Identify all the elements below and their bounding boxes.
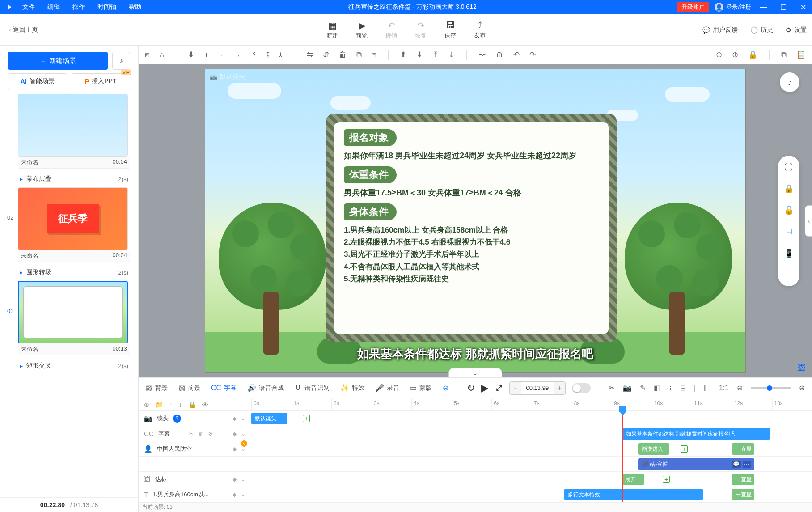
- flip-h-icon[interactable]: ⇋: [307, 50, 313, 59]
- scene-item[interactable]: 未命名00:04: [18, 94, 130, 169]
- feedback-button[interactable]: 💬用户反馈: [702, 26, 738, 34]
- upgrade-button[interactable]: 升级账户: [677, 2, 709, 12]
- desktop-view-icon[interactable]: 🖥: [782, 224, 796, 239]
- timeline-clip[interactable]: 渐变进入: [638, 443, 669, 455]
- ai-scene-button[interactable]: AI智能场景: [8, 73, 67, 89]
- rotate-left-icon[interactable]: ↶: [513, 50, 520, 59]
- keyframe-icon[interactable]: ◆: [233, 491, 237, 498]
- new-scene-button[interactable]: ＋新建场景: [8, 52, 108, 70]
- help-icon[interactable]: ?: [173, 415, 181, 423]
- layer-up-icon[interactable]: ⬆: [400, 50, 406, 59]
- zoom-slider[interactable]: [751, 387, 791, 389]
- folder-icon[interactable]: 📁: [156, 401, 163, 408]
- tab-background[interactable]: ▨背景: [146, 384, 168, 392]
- home-icon[interactable]: ⌂: [160, 51, 164, 59]
- add-track-icon[interactable]: ⊕: [144, 401, 149, 408]
- download-icon[interactable]: ⬇: [188, 50, 194, 59]
- keyframe-icon[interactable]: ◆: [233, 415, 237, 422]
- zoom-in-icon[interactable]: ⊕: [732, 50, 738, 59]
- timeline-clip[interactable]: 一直显: [732, 443, 754, 455]
- new-button[interactable]: ▦新建: [326, 20, 338, 40]
- layer-back-icon[interactable]: ⤓: [448, 50, 455, 59]
- tab-subtitle[interactable]: CC字幕: [211, 384, 237, 392]
- transition-row[interactable]: ▸圆形转场2(s): [18, 266, 130, 281]
- snap-toggle[interactable]: [572, 383, 591, 393]
- chevron-down-icon[interactable]: ⌄: [241, 491, 245, 498]
- back-home-button[interactable]: ‹ 返回主页: [5, 26, 42, 34]
- fullscreen-icon[interactable]: ⛶: [782, 160, 796, 174]
- menu-file[interactable]: 文件: [16, 3, 41, 11]
- stage-collapse-button[interactable]: ⌄: [448, 368, 502, 377]
- replay-button[interactable]: ↻: [467, 382, 475, 394]
- delete-icon[interactable]: 🗑: [339, 51, 347, 59]
- minimize-button[interactable]: —: [757, 3, 771, 11]
- track-label[interactable]: CC字幕✂🗑⚙◆⌄: [139, 430, 251, 438]
- insert-ppt-button[interactable]: P插入PPTVIP: [72, 73, 131, 89]
- align-right-icon[interactable]: ⫟: [235, 51, 243, 59]
- tab-foreground[interactable]: ▧前景: [178, 384, 200, 392]
- more-small-icon[interactable]: ⋯: [743, 461, 751, 468]
- lock-icon[interactable]: 🔒: [748, 50, 757, 59]
- track-label[interactable]: 🖼达标◆⌄: [139, 475, 251, 483]
- menu-timeline[interactable]: 时间轴: [91, 3, 123, 11]
- zoom-out-tl-icon[interactable]: ⊖: [737, 384, 743, 392]
- marker-icon[interactable]: ◧: [654, 384, 660, 392]
- scene-item[interactable]: 02 征兵季 未命名00:04: [18, 187, 130, 262]
- playhead[interactable]: [622, 411, 623, 502]
- eye-icon[interactable]: 👁: [202, 401, 208, 408]
- publish-button[interactable]: ⤴发布: [474, 20, 486, 40]
- add-keyframe-button[interactable]: +: [663, 476, 670, 483]
- undo-button[interactable]: ↶撤销: [385, 20, 397, 40]
- lock-all-icon[interactable]: 🔒: [188, 401, 196, 408]
- timeline-clip[interactable]: 默认镜头: [251, 413, 287, 424]
- crop-icon[interactable]: ⧈: [145, 51, 150, 59]
- menu-edit[interactable]: 编辑: [41, 3, 66, 11]
- track-lane[interactable]: ➰ 站-宣誓💬⋯: [251, 457, 812, 471]
- mobile-view-icon[interactable]: 📱: [782, 246, 796, 260]
- flip-v-icon[interactable]: ⇵: [323, 50, 329, 59]
- settings-button[interactable]: ⚙设置: [786, 26, 807, 34]
- crop-time-icon[interactable]: ✂: [609, 384, 615, 392]
- move-down-icon[interactable]: ↓: [179, 401, 182, 408]
- history-button[interactable]: 🕘历史: [750, 26, 773, 34]
- close-button[interactable]: ✕: [796, 3, 810, 12]
- beat-icon[interactable]: ⟦⟧: [704, 384, 711, 392]
- lock-open-icon[interactable]: 🔓: [782, 203, 796, 217]
- lock-closed-icon[interactable]: 🔒: [782, 182, 796, 196]
- timeline-clip[interactable]: 一直显: [732, 489, 754, 500]
- track-label[interactable]: 📷镜头?◆⌄: [139, 415, 251, 423]
- play-button[interactable]: ▶: [481, 382, 489, 394]
- right-panel-expand[interactable]: ‹: [805, 205, 812, 237]
- copy-icon[interactable]: ⧉: [781, 51, 787, 59]
- zoom-out-icon[interactable]: ⊖: [716, 50, 722, 59]
- ratio-icon[interactable]: 1:1: [719, 384, 729, 392]
- track-label[interactable]: 👤中国人民防空◆⌄V: [139, 445, 251, 453]
- tab-record[interactable]: 🎤录音: [375, 384, 399, 392]
- timeline-clip[interactable]: 一直显: [732, 474, 754, 485]
- align-top-icon[interactable]: ⫯: [253, 51, 257, 59]
- align-left-icon[interactable]: ⫞: [204, 51, 208, 59]
- transition-row[interactable]: ▸幕布层叠2(s): [18, 172, 130, 187]
- edit-icon[interactable]: ✎: [640, 384, 646, 392]
- music-panel-button[interactable]: ♪: [112, 52, 130, 70]
- transition-row[interactable]: ▸矩形交叉2(s): [18, 359, 130, 374]
- timeline-clip[interactable]: 展开: [622, 474, 644, 485]
- ungroup-icon[interactable]: ⧈: [372, 51, 376, 59]
- distribute-v-icon[interactable]: ⫙: [496, 51, 503, 59]
- keyframe-icon[interactable]: ◆: [233, 446, 237, 452]
- distribute-h-icon[interactable]: ⫘: [478, 51, 486, 59]
- align-middle-icon[interactable]: ⫱: [266, 51, 269, 59]
- more-icon[interactable]: ⋯: [782, 267, 796, 282]
- add-keyframe-button[interactable]: +: [681, 445, 688, 453]
- tab-effects[interactable]: ✨特效: [340, 384, 364, 392]
- layer-down-icon[interactable]: ⬇: [416, 50, 423, 59]
- redo-button[interactable]: ↷恢复: [415, 20, 427, 40]
- chevron-down-icon[interactable]: ⌄: [241, 415, 245, 422]
- menu-action[interactable]: 操作: [66, 3, 91, 11]
- scene-list[interactable]: 未命名00:04 ▸幕布层叠2(s) 02 征兵季 未命名00:04 ▸圆形转场…: [0, 94, 138, 497]
- rotate-right-icon[interactable]: ↷: [529, 50, 536, 59]
- track-label[interactable]: T1.男兵身高160cm以...◆⌄: [139, 491, 251, 499]
- paste-icon[interactable]: 📋: [796, 50, 806, 59]
- filter-icon[interactable]: ⫶: [668, 384, 672, 392]
- track-lane[interactable]: 多行文本特效一直显: [251, 487, 812, 502]
